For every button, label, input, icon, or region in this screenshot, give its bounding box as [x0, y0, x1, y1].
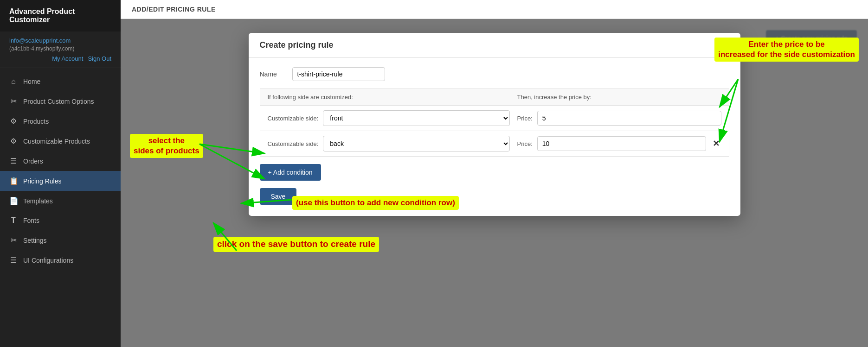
price-label-1: Price:	[517, 115, 533, 122]
scissors-icon: ✂	[9, 97, 18, 106]
condition-left-1: Customizable side: front back left right	[268, 110, 510, 126]
price-label-2: Price:	[517, 140, 533, 147]
price-input-2[interactable]	[537, 136, 706, 151]
home-icon: ⌂	[9, 77, 18, 86]
annotation-save: click on the save button to create rule	[213, 237, 379, 252]
sidebar-item-templates[interactable]: 📄 Templates	[0, 191, 121, 211]
sidebar-item-label: Home	[23, 78, 40, 85]
font-icon: T	[9, 216, 18, 225]
sidebar-item-fonts[interactable]: T Fonts	[0, 211, 121, 230]
sidebar-item-ui-configurations[interactable]: ☰ UI Configurations	[0, 250, 121, 270]
arrow-save	[190, 214, 283, 260]
modal-body: Name If following side are customized: T…	[249, 58, 740, 216]
gear2-icon: ⚙	[9, 137, 18, 145]
sidebar-item-label: UI Configurations	[23, 257, 73, 264]
sidebar: Advanced Product Customizer info@scaleup…	[0, 0, 121, 347]
side-select-2[interactable]: front back left right	[323, 136, 509, 151]
side-label-1: Customizable side:	[268, 115, 319, 122]
ui-icon: ☰	[9, 256, 18, 265]
sidebar-item-label: Orders	[23, 158, 43, 165]
page-header: ADD/EDIT PRICING RULE	[121, 0, 868, 19]
sidebar-item-pricing-rules[interactable]: 📋 Pricing Rules	[0, 171, 121, 191]
main-content: + Create new pricing rule The Advanced P…	[121, 19, 868, 347]
add-condition-button[interactable]: + Add condition	[260, 164, 321, 181]
main-area: ADD/EDIT PRICING RULE + Create new prici…	[121, 0, 868, 347]
condition-left-2: Customizable side: front back left right	[268, 136, 510, 151]
sidebar-item-label: Pricing Rules	[23, 177, 61, 185]
modal-title: Create pricing rule	[260, 40, 334, 50]
svg-line-9	[213, 223, 237, 251]
price-input-1[interactable]	[537, 111, 721, 126]
side-select-1[interactable]: front back left right	[323, 110, 509, 126]
gear-icon: ⚙	[9, 117, 18, 126]
list-icon: ☰	[9, 157, 18, 165]
sidebar-item-label: Product Custom Options	[23, 98, 94, 105]
if-label: If following side are customized:	[268, 94, 517, 101]
user-email[interactable]: info@scaleupprint.com	[9, 37, 111, 44]
sidebar-item-label: Customizable Products	[23, 138, 90, 145]
sidebar-item-label: Fonts	[23, 217, 39, 224]
condition-header: If following side are customized: Then, …	[260, 88, 729, 106]
modal-overlay: Create pricing rule × Name If following …	[121, 19, 868, 347]
add-condition-area: + Add condition	[260, 157, 729, 188]
remove-condition-button[interactable]: ✕	[711, 139, 721, 149]
create-pricing-rule-modal: Create pricing rule × Name If following …	[249, 33, 740, 216]
name-input[interactable]	[292, 67, 385, 81]
modal-header: Create pricing rule ×	[249, 33, 740, 58]
save-area: Save	[260, 188, 729, 205]
name-label: Name	[260, 70, 292, 78]
modal-close-button[interactable]: ×	[724, 41, 729, 50]
sidebar-item-label: Settings	[23, 237, 47, 244]
sidebar-item-label: Templates	[23, 197, 53, 205]
sidebar-item-orders[interactable]: ☰ Orders	[0, 151, 121, 171]
sidebar-item-home[interactable]: ⌂ Home	[0, 72, 121, 91]
condition-row-1: Customizable side: front back left right…	[260, 106, 729, 131]
name-row: Name	[260, 67, 729, 81]
sidebar-item-customizable-products[interactable]: ⚙ Customizable Products	[0, 131, 121, 151]
side-label-2: Customizable side:	[268, 140, 319, 147]
sidebar-item-settings[interactable]: ✂ Settings	[0, 230, 121, 250]
sidebar-item-products[interactable]: ⚙ Products	[0, 111, 121, 131]
then-label: Then, increase the price by:	[517, 94, 721, 101]
condition-right-1: Price:	[517, 111, 721, 126]
user-info: info@scaleupprint.com (a4c1bb-4.myshopif…	[0, 32, 121, 68]
app-title: Advanced Product Customizer	[0, 0, 121, 32]
annotation-select-sides: select thesides of products	[130, 134, 203, 158]
user-store: (a4c1bb-4.myshopify.com)	[9, 45, 75, 52]
sidebar-item-label: Products	[23, 118, 49, 125]
doc-icon: 📄	[9, 196, 18, 205]
condition-row-2: Customizable side: front back left right…	[260, 131, 729, 157]
sidebar-nav: ⌂ Home ✂ Product Custom Options ⚙ Produc…	[0, 68, 121, 347]
save-button[interactable]: Save	[260, 188, 297, 205]
condition-right-2: Price: ✕	[517, 136, 721, 151]
wrench-icon: ✂	[9, 236, 18, 245]
my-account-link[interactable]: My Account	[52, 55, 83, 62]
clipboard-icon: 📋	[9, 177, 18, 185]
sidebar-item-product-custom-options[interactable]: ✂ Product Custom Options	[0, 91, 121, 111]
sign-out-link[interactable]: Sign Out	[88, 55, 111, 62]
